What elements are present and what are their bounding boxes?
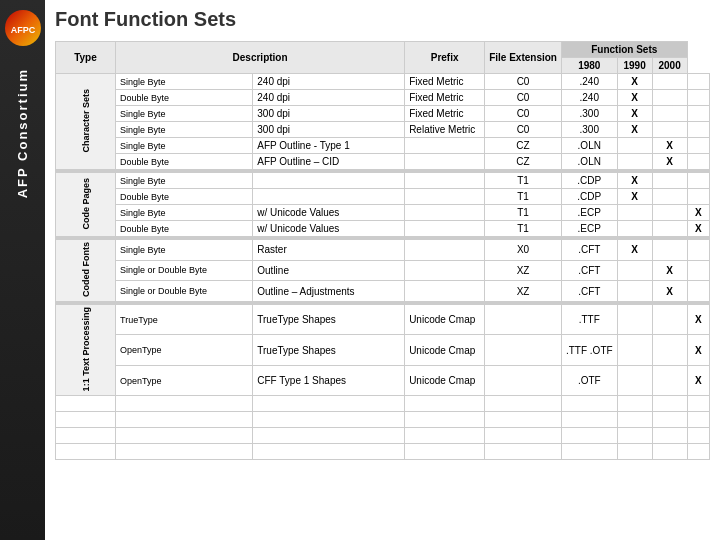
svg-text:AFPC: AFPC <box>10 25 35 35</box>
cell-desc: AFP Outline - Type 1 <box>253 138 405 154</box>
cell-1980 <box>617 281 652 302</box>
table-row: OpenTypeTrueType ShapesUnicode Cmap.TTF … <box>56 335 710 365</box>
cell-prefix <box>485 335 562 365</box>
cell-1980: X <box>617 106 652 122</box>
sidebar: AFPC AFP Consortium <box>0 0 45 540</box>
cell-1990: X <box>652 281 687 302</box>
cell-1980 <box>617 138 652 154</box>
cell-file-ext: .300 <box>561 122 617 138</box>
cell-1990 <box>652 173 687 189</box>
cell-detail <box>405 205 485 221</box>
cell-prefix: CZ <box>485 154 562 170</box>
cell-desc: 300 dpi <box>253 106 405 122</box>
cell-file-ext: .CFT <box>561 281 617 302</box>
cell-type: Single or Double Byte <box>116 260 253 281</box>
cell-2000: X <box>687 205 709 221</box>
cell-type: Single Byte <box>116 138 253 154</box>
cell-1980: X <box>617 90 652 106</box>
cell-prefix: C0 <box>485 122 562 138</box>
cell-desc: Outline – Adjustments <box>253 281 405 302</box>
cell-1990: X <box>652 260 687 281</box>
cell-2000 <box>687 90 709 106</box>
cell-2000: X <box>687 365 709 395</box>
table-row: Single Byte300 dpiFixed MetricC0.300X <box>56 106 710 122</box>
cell-desc: Raster <box>253 240 405 261</box>
table-row: Character SetsSingle Byte240 dpiFixed Me… <box>56 74 710 90</box>
cell-desc: 300 dpi <box>253 122 405 138</box>
cell-desc: 240 dpi <box>253 74 405 90</box>
cell-detail: Fixed Metric <box>405 74 485 90</box>
table-row: Double Byte240 dpiFixed MetricC0.240X <box>56 90 710 106</box>
cell-prefix: XZ <box>485 281 562 302</box>
cell-type: Single Byte <box>116 173 253 189</box>
cell-prefix: X0 <box>485 240 562 261</box>
empty-row <box>56 396 710 412</box>
cell-1990 <box>652 90 687 106</box>
cell-detail <box>405 173 485 189</box>
col-header-description: Description <box>116 42 405 74</box>
cell-1990 <box>652 240 687 261</box>
cell-type: Single Byte <box>116 205 253 221</box>
col-header-2000: 2000 <box>652 58 687 74</box>
cell-1990 <box>652 189 687 205</box>
cell-1990 <box>652 122 687 138</box>
cell-desc <box>253 189 405 205</box>
cell-prefix: C0 <box>485 90 562 106</box>
cell-1980 <box>617 205 652 221</box>
cell-type: Single Byte <box>116 74 253 90</box>
cell-2000: X <box>687 335 709 365</box>
empty-row <box>56 428 710 444</box>
cell-prefix: C0 <box>485 106 562 122</box>
cell-2000 <box>687 122 709 138</box>
cell-detail <box>405 260 485 281</box>
cell-1990: X <box>652 154 687 170</box>
cell-detail <box>405 281 485 302</box>
cell-1980 <box>617 154 652 170</box>
cell-1980: X <box>617 74 652 90</box>
cell-desc: TrueType Shapes <box>253 305 405 335</box>
cell-detail <box>405 240 485 261</box>
col-header-file-extension: File Extension <box>485 42 562 74</box>
cell-desc: TrueType Shapes <box>253 335 405 365</box>
cell-file-ext: .TTF .OTF <box>561 335 617 365</box>
cell-desc: 240 dpi <box>253 90 405 106</box>
cell-file-ext: .300 <box>561 106 617 122</box>
empty-row <box>56 444 710 460</box>
cell-detail <box>405 189 485 205</box>
cell-2000 <box>687 189 709 205</box>
cell-detail: Unicode Cmap <box>405 365 485 395</box>
cell-2000 <box>687 281 709 302</box>
cell-2000: X <box>687 221 709 237</box>
cell-2000 <box>687 260 709 281</box>
cell-file-ext: .ECP <box>561 221 617 237</box>
cell-file-ext: .TTF <box>561 305 617 335</box>
main-content: Font Function Sets Type Description Pref… <box>45 0 720 540</box>
cell-1980 <box>617 305 652 335</box>
cell-detail <box>405 154 485 170</box>
cell-1990: X <box>652 138 687 154</box>
cell-desc: AFP Outline – CID <box>253 154 405 170</box>
cell-detail: Fixed Metric <box>405 90 485 106</box>
table-row: OpenTypeCFF Type 1 ShapesUnicode Cmap.OT… <box>56 365 710 395</box>
cell-desc <box>253 173 405 189</box>
cell-file-ext: .OLN <box>561 154 617 170</box>
table-row: Single ByteAFP Outline - Type 1CZ.OLNX <box>56 138 710 154</box>
cell-type: Single Byte <box>116 106 253 122</box>
cell-desc: w/ Unicode Values <box>253 205 405 221</box>
page-title: Font Function Sets <box>55 8 710 31</box>
cell-1990 <box>652 205 687 221</box>
cell-2000 <box>687 106 709 122</box>
table-row: Coded FontsSingle ByteRasterX0.CFTX <box>56 240 710 261</box>
col-header-function-sets: Function Sets <box>561 42 687 58</box>
cell-1980 <box>617 260 652 281</box>
cell-1980: X <box>617 240 652 261</box>
cell-1980: X <box>617 122 652 138</box>
cell-2000 <box>687 74 709 90</box>
cell-desc: w/ Unicode Values <box>253 221 405 237</box>
cell-type: OpenType <box>116 335 253 365</box>
cell-prefix: T1 <box>485 173 562 189</box>
table-row: Single Bytew/ Unicode ValuesT1.ECPX <box>56 205 710 221</box>
cell-2000: X <box>687 305 709 335</box>
cell-detail: Unicode Cmap <box>405 335 485 365</box>
cell-desc: Outline <box>253 260 405 281</box>
